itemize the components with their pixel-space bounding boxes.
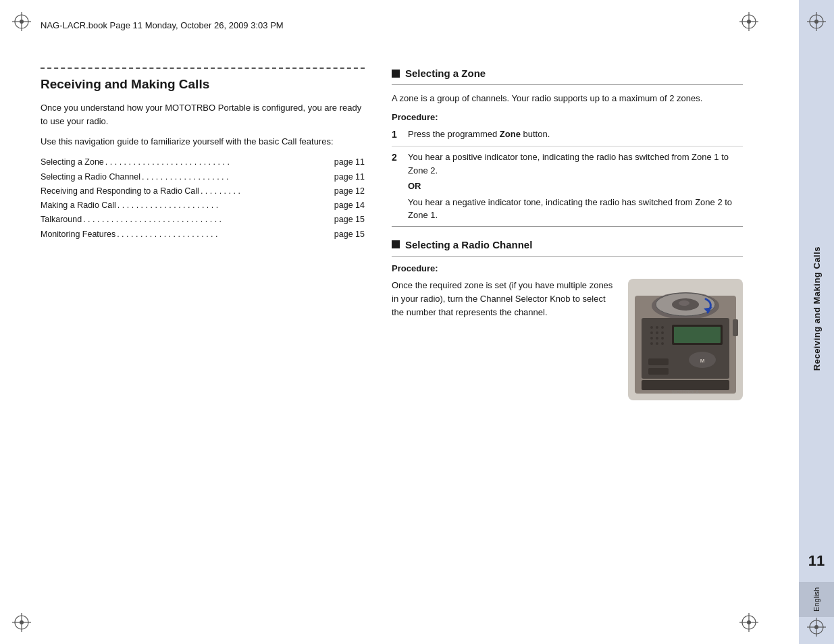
step-2-text1: You hear a positive indicator tone, indi… (408, 152, 729, 176)
sidebar-reg-mark-bottom (807, 618, 826, 639)
main-heading: Receiving and Making Calls (41, 77, 365, 92)
toc-list: Selecting a Zone . . . . . . . . . . . .… (41, 155, 365, 242)
radio-image-area: Once the required zone is set (if you ha… (392, 279, 743, 400)
toc-title-5: Talkaround (41, 213, 82, 227)
step-divider (392, 146, 743, 146)
step-1-number: 1 (392, 128, 402, 142)
toc-title-1: Selecting a Zone (41, 155, 104, 169)
svg-point-7 (20, 620, 24, 624)
two-columns: Receiving and Making Calls Once you unde… (41, 68, 772, 400)
svg-rect-41 (648, 368, 669, 375)
svg-point-11 (747, 20, 751, 24)
toc-page-6: page 15 (334, 227, 365, 242)
svg-point-48 (814, 20, 818, 24)
svg-point-28 (656, 331, 658, 334)
toc-item-5: Talkaround . . . . . . . . . . . . . . .… (41, 213, 365, 227)
section-selecting-channel: Selecting a Radio Channel Procedure: Onc… (392, 239, 743, 400)
left-column: Receiving and Making Calls Once you unde… (41, 68, 365, 400)
svg-point-22 (679, 300, 689, 306)
svg-point-3 (20, 20, 24, 24)
right-column: Selecting a Zone A zone is a group of ch… (392, 68, 743, 400)
radio-image: M MOTOROLA (628, 279, 743, 400)
step-1-content: Press the programmed Zone button. (408, 128, 743, 142)
step-1: 1 Press the programmed Zone button. (392, 128, 743, 142)
toc-page-4: page 14 (334, 198, 365, 213)
toc-title-2: Selecting a Radio Channel (41, 170, 140, 184)
corner-reg-mark-bl (12, 613, 31, 632)
step-2-content: You hear a positive indicator tone, indi… (408, 151, 743, 222)
svg-point-27 (650, 331, 653, 334)
toc-title-3: Receiving and Responding to a Radio Call (41, 184, 199, 198)
main-content: NAG-LACR.book Page 11 Monday, October 26… (0, 0, 799, 644)
section-heading-zone: Selecting a Zone (392, 68, 743, 79)
step-2-number: 2 (392, 151, 402, 222)
sidebar-page-number: 11 (808, 552, 825, 570)
svg-point-25 (656, 326, 658, 329)
svg-point-29 (661, 331, 664, 334)
corner-reg-mark-br (739, 613, 758, 632)
svg-rect-37 (674, 327, 721, 343)
svg-point-26 (661, 326, 664, 329)
svg-text:MOTOROLA: MOTOROLA (672, 390, 699, 394)
toc-item-4: Making a Radio Call . . . . . . . . . . … (41, 198, 365, 213)
toc-page-1: page 11 (334, 155, 365, 169)
step-2: 2 You hear a positive indicator tone, in… (392, 151, 743, 222)
section-divider-1 (392, 84, 743, 85)
step-2-text2: You hear a negative indicator tone, indi… (408, 197, 732, 221)
sidebar-reg-mark-top (807, 12, 826, 33)
svg-rect-43 (642, 380, 729, 390)
english-label: English (812, 587, 820, 612)
sidebar-page-num: 11 (808, 552, 825, 569)
sidebar-title-text: Receiving and Making Calls (812, 246, 822, 371)
svg-point-33 (650, 342, 653, 345)
zone-description: A zone is a group of channels. Your radi… (392, 92, 743, 105)
toc-page-2: page 11 (334, 170, 365, 184)
toc-title-4: Making a Radio Call (41, 198, 116, 213)
top-divider (41, 68, 365, 69)
intro-text-1: Once you understand how your MOTOTRBO Po… (41, 101, 365, 128)
toc-title-6: Monitoring Features (41, 227, 115, 242)
sidebar-title-container: Receiving and Making Calls (799, 54, 834, 563)
channel-description: Once the required zone is set (if you ha… (392, 279, 617, 319)
english-tab: English (799, 582, 834, 617)
svg-point-15 (747, 620, 751, 624)
svg-point-52 (814, 625, 818, 629)
svg-point-34 (656, 342, 658, 345)
svg-point-35 (661, 342, 664, 345)
page-container: NAG-LACR.book Page 11 Monday, October 26… (0, 0, 834, 644)
procedure-label-1: Procedure: (392, 112, 743, 122)
corner-reg-mark-tl (12, 12, 31, 31)
section-divider-3 (392, 256, 743, 257)
intro-text-2: Use this navigation guide to familiarize… (41, 135, 365, 149)
toc-item-6: Monitoring Features . . . . . . . . . . … (41, 227, 365, 242)
toc-item-2: Selecting a Radio Channel . . . . . . . … (41, 170, 365, 184)
svg-text:M: M (700, 358, 705, 364)
svg-point-32 (661, 337, 664, 340)
header-file-info: NAG-LACR.book Page 11 Monday, October 26… (41, 20, 284, 30)
svg-point-30 (650, 337, 653, 340)
file-info-text: NAG-LACR.book Page 11 Monday, October 26… (41, 20, 284, 30)
svg-rect-42 (733, 319, 738, 336)
toc-page-3: page 12 (334, 184, 365, 198)
toc-item-3: Receiving and Responding to a Radio Call… (41, 184, 365, 198)
procedure-label-2: Procedure: (392, 263, 743, 273)
step-2-or: OR (408, 180, 743, 193)
corner-reg-mark-tr (739, 12, 758, 31)
right-sidebar: Receiving and Making Calls 11 English (799, 0, 834, 644)
toc-page-5: page 15 (334, 213, 365, 227)
svg-point-31 (656, 337, 658, 340)
toc-item-1: Selecting a Zone . . . . . . . . . . . .… (41, 155, 365, 169)
svg-point-24 (650, 326, 653, 329)
section-divider-2 (392, 226, 743, 227)
svg-rect-40 (648, 358, 669, 365)
section-selecting-zone: Selecting a Zone A zone is a group of ch… (392, 68, 743, 227)
channel-description-text: Once the required zone is set (if you ha… (392, 280, 613, 317)
section-heading-channel: Selecting a Radio Channel (392, 239, 743, 250)
